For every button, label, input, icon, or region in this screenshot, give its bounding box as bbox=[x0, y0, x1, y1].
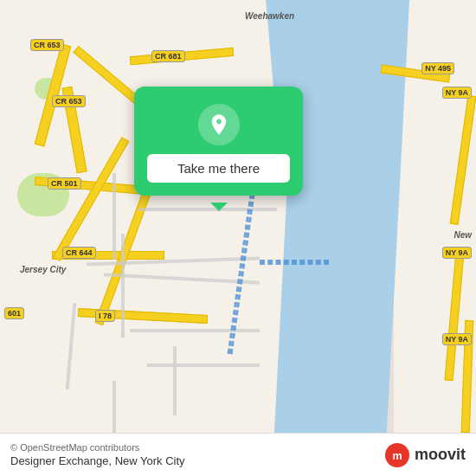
road-label-i601: 601 bbox=[4, 307, 24, 319]
road-label-ny495: NY 495 bbox=[421, 62, 454, 74]
route-line-2 bbox=[260, 260, 329, 265]
gray-road-5 bbox=[113, 173, 116, 260]
take-me-there-button[interactable]: Take me there bbox=[147, 154, 290, 183]
gray-road-10 bbox=[113, 381, 116, 433]
popup-card: Take me there bbox=[134, 87, 303, 196]
pin-icon bbox=[207, 113, 231, 137]
road-label-cr644: CR 644 bbox=[62, 247, 96, 259]
moovit-text: moovit bbox=[415, 446, 466, 464]
road-label-cr653a: CR 653 bbox=[30, 39, 64, 51]
gray-road-8 bbox=[147, 363, 260, 367]
location-icon-circle bbox=[198, 104, 240, 145]
gray-road-7 bbox=[130, 329, 260, 332]
road-label-weehawken: Weehawken bbox=[242, 10, 297, 22]
map-container: CR 653CR 653CR 681CR 501CR 644I 78NY 9AN… bbox=[0, 0, 476, 433]
gray-road-3 bbox=[121, 234, 125, 338]
road-label-ny9a3: NY 9A bbox=[442, 333, 472, 345]
land-jersey bbox=[0, 0, 312, 433]
osm-attribution: © OpenStreetMap contributors bbox=[10, 442, 185, 453]
road-label-jerseycity: Jersey City bbox=[17, 264, 68, 275]
road-label-new_label: New bbox=[451, 229, 474, 241]
location-name: Designer Exchange, New York City bbox=[10, 454, 185, 467]
road-label-i78: I 78 bbox=[95, 310, 115, 322]
bottom-bar: © OpenStreetMap contributors Designer Ex… bbox=[0, 433, 476, 476]
moovit-logo: m moovit bbox=[385, 443, 466, 467]
gray-road-9 bbox=[173, 346, 177, 415]
road-label-cr501: CR 501 bbox=[48, 177, 81, 190]
gray-road-4 bbox=[138, 208, 277, 211]
moovit-icon: m bbox=[385, 443, 409, 467]
road-label-cr681: CR 681 bbox=[151, 50, 185, 62]
road-label-ny9a1: NY 9A bbox=[442, 87, 472, 99]
road-label-ny9a2: NY 9A bbox=[442, 247, 472, 259]
road-label-cr653b: CR 653 bbox=[52, 95, 86, 107]
svg-text:m: m bbox=[392, 449, 402, 461]
